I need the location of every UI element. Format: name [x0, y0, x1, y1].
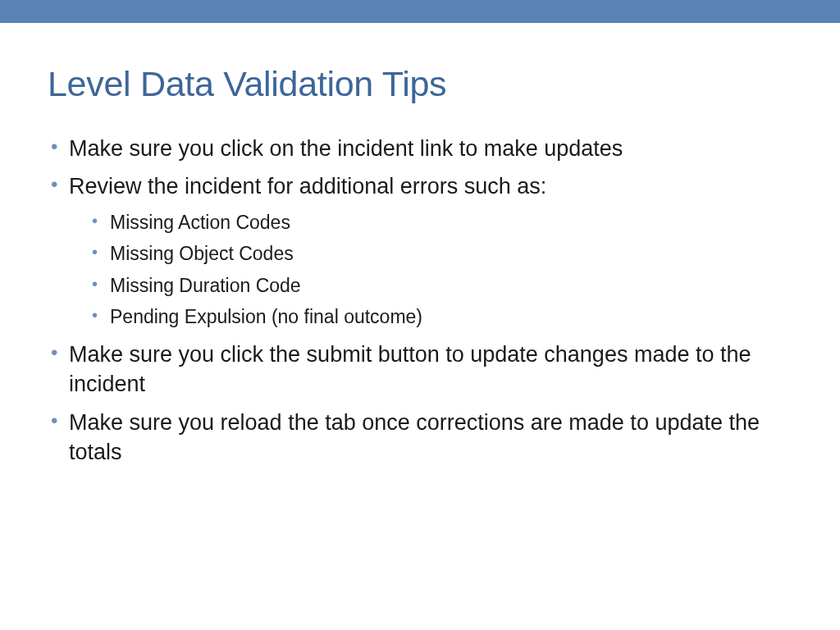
- bullet-text: Make sure you reload the tab once correc…: [69, 410, 760, 464]
- list-item: Missing Duration Code: [89, 272, 792, 300]
- slide-top-bar: [0, 0, 840, 23]
- sub-bullet-list: Missing Action Codes Missing Object Code…: [69, 208, 792, 331]
- list-item: Missing Action Codes: [89, 208, 792, 237]
- bullet-list: Make sure you click on the incident link…: [48, 134, 792, 468]
- slide-content: Level Data Validation Tips Make sure you…: [0, 23, 840, 468]
- sub-bullet-text: Missing Object Codes: [110, 243, 294, 264]
- bullet-text: Review the incident for additional error…: [69, 174, 546, 199]
- list-item: Pending Expulsion (no final outcome): [89, 303, 792, 331]
- sub-bullet-text: Pending Expulsion (no final outcome): [110, 306, 422, 327]
- list-item: Review the incident for additional error…: [48, 171, 792, 331]
- list-item: Missing Object Codes: [89, 240, 792, 268]
- bullet-text: Make sure you click the submit button to…: [69, 342, 751, 396]
- sub-bullet-text: Missing Duration Code: [110, 275, 301, 296]
- list-item: Make sure you reload the tab once correc…: [48, 408, 792, 468]
- bullet-text: Make sure you click on the incident link…: [69, 136, 623, 161]
- sub-bullet-text: Missing Action Codes: [110, 212, 290, 233]
- list-item: Make sure you click the submit button to…: [48, 340, 792, 399]
- slide-title: Level Data Validation Tips: [48, 64, 792, 104]
- list-item: Make sure you click on the incident link…: [48, 134, 792, 163]
